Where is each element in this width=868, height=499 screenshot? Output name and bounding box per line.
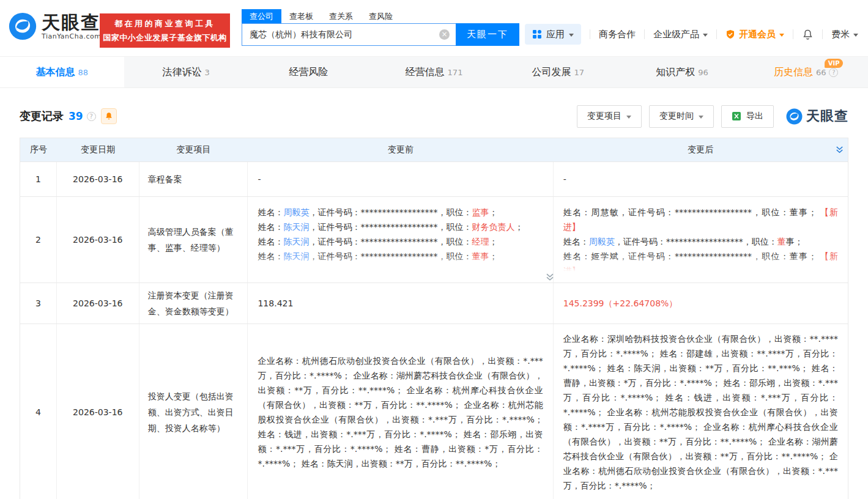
- cell-after: 企业名称：深圳哈勃科技投资合伙企业（有限合伙），出资额：**.****万，百分比…: [554, 324, 848, 499]
- tab-count: 3: [204, 68, 209, 77]
- text-segment: 118.421: [258, 298, 293, 308]
- search-tab-relation[interactable]: 查关系: [321, 9, 361, 23]
- export-button[interactable]: 导出: [721, 105, 774, 128]
- subscribe-bell-button[interactable]: [101, 108, 117, 124]
- filter-change-time-button[interactable]: 变更时间: [649, 105, 714, 128]
- text-line: 姓名：周毅英，证件号码：******************，职位：监事；: [258, 205, 543, 220]
- brand-text: 天眼查: [42, 13, 101, 32]
- text-segment: 145.2399（+22.64708%）: [563, 298, 678, 308]
- text-segment: -: [258, 174, 261, 184]
- apps-label: 应用: [546, 29, 565, 40]
- person-link[interactable]: 周毅英: [283, 207, 309, 217]
- expand-row-icon[interactable]: [545, 272, 555, 282]
- tab-intellectual-property[interactable]: 知识产权 96: [620, 57, 744, 87]
- cell-index: 1: [20, 162, 57, 196]
- nav-enterprise-products[interactable]: 企业级产品: [653, 29, 708, 40]
- tab-history-info[interactable]: VIP 历史信息 66 ?: [744, 57, 868, 87]
- tab-count: 96: [698, 68, 708, 77]
- search-tab-company[interactable]: 查公司: [242, 9, 281, 23]
- cell-change-item: 章程备案: [139, 162, 248, 196]
- search-tab-boss[interactable]: 查老板: [281, 9, 321, 23]
- column-header-item: 变更项目: [139, 144, 248, 155]
- text-segment: ，证件号码：******************，职位：: [309, 222, 472, 232]
- text-line: 姓名：周慧敏，证件号码：******************，职位：董事； 【新…: [563, 205, 838, 234]
- text-segment: ，证件号码：******************，职位：: [309, 237, 472, 246]
- text-line: 145.2399（+22.64708%）: [563, 296, 838, 311]
- watermark-text: 天眼查: [806, 107, 848, 125]
- tab-company-development[interactable]: 公司发展 17: [496, 57, 620, 87]
- cell-date: 2026-03-16: [57, 197, 139, 283]
- cell-content: 企业名称：深圳哈勃科技投资合伙企业（有限合伙），出资额：**.****万，百分比…: [563, 331, 838, 493]
- tab-operating-risk[interactable]: 经营风险: [248, 57, 372, 87]
- text-segment: 企业名称：深圳哈勃科技投资合伙企业（有限合伙），出资额：**.****万，百分比…: [563, 334, 838, 490]
- tab-label: 知识产权: [656, 66, 695, 79]
- text-line: 姓名：周毅英，证件号码：******************，职位：董事；: [563, 234, 838, 249]
- column-header-after: 变更后: [554, 144, 848, 155]
- cooperation-label: 商务合作: [599, 29, 636, 40]
- nav-open-membership[interactable]: 开通会员: [725, 29, 784, 40]
- text-segment: 姓名：姬学斌，证件号码：******************，职位：董事；: [563, 251, 820, 261]
- company-search-input[interactable]: [242, 23, 456, 46]
- search-area: 查公司 查老板 查关系 查风险 × 天眼一下: [242, 9, 519, 46]
- tianyancha-logo[interactable]: 天眼查 TianYanCha.com: [9, 12, 101, 40]
- table-row: 42026-03-16投资人变更（包括出资额、出资方式、出资日期、投资人名称等）…: [20, 323, 848, 499]
- filter-change-item-button[interactable]: 变更项目: [577, 105, 642, 128]
- top-navigation: 应用 商务合作 企业级产品 开通会员: [525, 23, 858, 45]
- person-link[interactable]: 周毅英: [589, 237, 615, 246]
- person-link[interactable]: 陈天润: [283, 237, 309, 246]
- text-line: 企业名称：深圳哈勃科技投资合伙企业（有限合伙），出资额：**.****万，百分比…: [563, 331, 838, 493]
- notification-bell-icon[interactable]: [802, 29, 814, 40]
- company-detail-tabs: 基本信息 88 法律诉讼 3 经营风险 经营信息 171 公司发展 17 知识产…: [0, 56, 868, 88]
- cell-content: 118.421: [258, 296, 543, 311]
- text-segment: 财务负责人: [472, 222, 514, 232]
- tab-basic-info[interactable]: 基本信息 88: [0, 57, 124, 87]
- tab-legal-proceedings[interactable]: 法律诉讼 3: [124, 57, 248, 87]
- text-segment: 姓名：: [258, 251, 283, 261]
- cell-index: 2: [20, 197, 57, 283]
- membership-label: 开通会员: [739, 29, 776, 40]
- nav-business-cooperation[interactable]: 商务合作: [599, 29, 636, 40]
- text-segment: 董: [777, 237, 786, 246]
- cell-change-item: 高级管理人员备案（董事、监事、经理等）: [139, 197, 248, 283]
- text-segment: 姓名：周慧敏，证件号码：******************，职位：董事；: [563, 207, 820, 217]
- caret-down-icon: [626, 116, 631, 119]
- caret-down-icon: [569, 34, 574, 37]
- clear-input-icon[interactable]: ×: [439, 29, 450, 40]
- person-link[interactable]: 陈天润: [283, 222, 309, 232]
- search-submit-button[interactable]: 天眼一下: [456, 23, 519, 46]
- text-segment: ，证件号码：******************，职位：: [615, 237, 777, 246]
- slogan-line2: 国家中小企业发展子基金旗下机构: [100, 32, 230, 43]
- cell-before: -: [248, 162, 553, 196]
- person-link[interactable]: 陈天润: [283, 251, 309, 261]
- cell-before: 118.421: [248, 283, 553, 323]
- text-line: 姓名：姬学斌，证件号码：******************，职位：董事； 【新…: [563, 249, 838, 273]
- text-segment: ，证件号码：******************，职位：: [309, 251, 472, 261]
- nav-user-menu[interactable]: 费米: [831, 29, 858, 40]
- table-row: 12026-03-16章程备案--: [20, 161, 848, 196]
- search-tab-risk[interactable]: 查风险: [361, 9, 401, 23]
- brand-domain: TianYanCha.com: [42, 32, 101, 40]
- cell-before: 姓名：周毅英，证件号码：******************，职位：监事；姓名：…: [248, 197, 553, 283]
- tab-count: 66: [816, 68, 826, 77]
- collapse-all-icon[interactable]: [835, 146, 844, 155]
- text-line: 企业名称：杭州德石欣动创业投资合伙企业（有限合伙），出资额：*.***万，百分比…: [258, 353, 543, 471]
- text-line: 姓名：陈天润，证件号码：******************，职位：董事；: [258, 249, 543, 264]
- cell-after: 145.2399（+22.64708%）: [554, 283, 848, 323]
- table-row: 32026-03-16注册资本变更（注册资金、资金数额等变更）118.42114…: [20, 283, 848, 323]
- cell-index: 3: [20, 283, 57, 323]
- username-label: 费米: [831, 29, 850, 40]
- help-icon[interactable]: ?: [87, 112, 96, 121]
- apps-menu-button[interactable]: 应用: [525, 24, 581, 45]
- cell-content: 145.2399（+22.64708%）: [563, 296, 838, 311]
- tab-business-info[interactable]: 经营信息 171: [372, 57, 496, 87]
- table-body: 12026-03-16章程备案--22026-03-16高级管理人员备案（董事、…: [20, 161, 848, 499]
- text-segment: 企业名称：杭州德石欣动创业投资合伙企业（有限合伙），出资额：*.***万，百分比…: [258, 356, 543, 468]
- tab-count: 88: [78, 68, 89, 77]
- change-records-count: 39: [69, 110, 83, 122]
- text-segment: 姓名：: [258, 207, 283, 217]
- cell-content: 姓名：周毅英，证件号码：******************，职位：监事；姓名：…: [258, 205, 543, 264]
- tab-label: 历史信息: [774, 66, 813, 79]
- text-line: -: [563, 172, 838, 187]
- help-icon[interactable]: ?: [829, 68, 838, 77]
- text-segment: ，证件号码：******************，职位：: [309, 207, 472, 217]
